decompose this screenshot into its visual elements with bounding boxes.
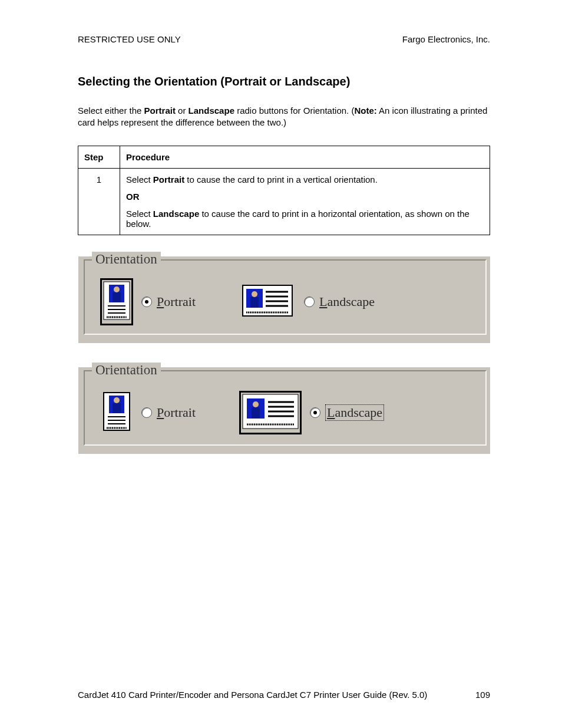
portrait-card-icon [100,278,133,325]
svg-rect-28 [252,407,260,419]
portrait-label: Portrait [157,405,196,420]
svg-point-27 [253,401,259,407]
portrait-radio[interactable]: Portrait [141,405,196,420]
orientation-panel-portrait: Orientation Portra [78,256,490,343]
svg-rect-3 [113,292,121,302]
portrait-card-icon [100,389,133,436]
orientation-panel-landscape: Orientation Portra [78,367,490,454]
svg-rect-20 [113,403,121,413]
table-header-row: Step Procedure [78,146,490,168]
procedure-cell: Select Portrait to cause the card to pri… [120,168,490,235]
portrait-radio[interactable]: Portrait [141,294,196,309]
landscape-card-icon [239,282,296,322]
step-number: 1 [78,168,120,235]
landscape-label: Landscape [325,404,384,421]
table-row: 1 Select Portrait to cause the card to p… [78,168,490,235]
svg-rect-11 [250,297,259,308]
groupbox-legend: Orientation [92,252,161,267]
col-step: Step [78,146,120,168]
groupbox-legend: Orientation [92,363,161,378]
radio-icon [141,407,152,418]
footer-text: CardJet 410 Card Printer/Encoder and Per… [78,690,427,700]
landscape-label: Landscape [319,294,375,309]
landscape-radio[interactable]: Landscape [310,404,384,421]
header-right: Fargo Electronics, Inc. [402,34,490,44]
svg-point-10 [252,291,257,297]
radio-icon [304,297,315,307]
col-procedure: Procedure [120,146,490,168]
landscape-card-icon [239,391,302,434]
header-left: RESTRICTED USE ONLY [78,34,181,44]
radio-icon [141,297,152,307]
page-number: 109 [475,690,490,700]
portrait-label: Portrait [157,294,196,309]
svg-point-19 [114,397,120,403]
landscape-radio[interactable]: Landscape [304,294,375,309]
intro-paragraph: Select either the Portrait or Landscape … [78,105,490,129]
radio-icon [310,407,320,418]
procedure-table: Step Procedure 1 Select Portrait to caus… [78,146,490,235]
svg-point-2 [114,286,120,292]
page-title: Selecting the Orientation (Portrait or L… [78,75,490,88]
